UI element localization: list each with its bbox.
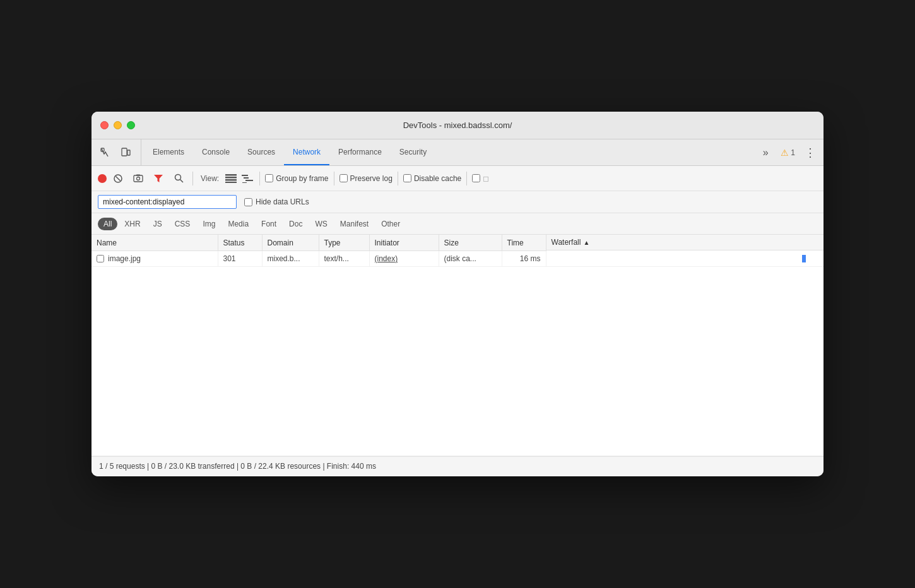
cell-type: text/h... [319, 250, 369, 266]
screenshot-button[interactable] [129, 170, 147, 187]
network-table: Name Status Domain Type Initiator Size T… [92, 235, 824, 456]
filter-searchbar: Hide data URLs [92, 191, 824, 213]
tab-security[interactable]: Security [391, 139, 435, 165]
filter-ws[interactable]: WS [309, 218, 333, 230]
table-empty-row [92, 266, 824, 456]
col-header-name[interactable]: Name [92, 235, 218, 250]
cell-time: 16 ms [502, 250, 546, 266]
col-header-domain[interactable]: Domain [262, 235, 319, 250]
col-header-waterfall[interactable]: Waterfall ▲ [546, 235, 824, 250]
view-list-button[interactable] [224, 172, 238, 185]
waterfall-bar [802, 255, 806, 262]
filter-css[interactable]: CSS [169, 218, 196, 230]
col-header-initiator[interactable]: Initiator [369, 235, 439, 250]
col-header-time[interactable]: Time [502, 235, 546, 250]
disable-cache-checkbox[interactable]: Disable cache [403, 174, 461, 183]
inspect-icon[interactable] [97, 144, 114, 162]
cell-status: 301 [218, 250, 262, 266]
toolbar-separator-1 [192, 172, 193, 185]
view-timeline-button[interactable] [240, 172, 254, 185]
titlebar: DevTools - mixed.badssl.com/ [92, 112, 824, 139]
clear-button[interactable] [109, 170, 127, 187]
table-row[interactable]: image.jpg 301 mixed.b... text/h... (inde… [92, 250, 824, 266]
preserve-log-checkbox[interactable]: Preserve log [339, 174, 393, 183]
filter-doc[interactable]: Doc [283, 218, 308, 230]
kebab-menu-button[interactable]: ⋮ [802, 144, 818, 161]
devtools-icons [97, 139, 141, 165]
filter-all[interactable]: All [98, 218, 117, 230]
svg-rect-5 [134, 175, 143, 182]
network-table-container: Name Status Domain Type Initiator Size T… [92, 235, 824, 456]
svg-rect-1 [122, 148, 127, 156]
svg-rect-7 [136, 174, 140, 175]
tabbar-right: » ⚠ 1 ⋮ [752, 139, 818, 165]
svg-rect-16 [244, 177, 249, 179]
devtools-window: DevTools - mixed.badssl.com/ Elements [92, 112, 824, 476]
minimize-button[interactable] [114, 121, 122, 129]
search-button[interactable] [170, 170, 187, 187]
main-tabs: Elements Console Sources Network Perform… [144, 139, 752, 165]
cell-initiator: (index) [369, 250, 439, 266]
svg-rect-18 [242, 182, 247, 183]
svg-marker-8 [154, 175, 163, 182]
svg-line-4 [116, 176, 121, 180]
more-tabs-button[interactable]: » [757, 144, 774, 161]
traffic-lights [100, 121, 135, 129]
close-button[interactable] [100, 121, 109, 129]
tab-performance[interactable]: Performance [329, 139, 391, 165]
record-button[interactable] [98, 174, 107, 183]
filter-input[interactable] [98, 195, 237, 209]
empty-space [92, 266, 824, 456]
filter-js[interactable]: JS [148, 218, 168, 230]
status-text: 1 / 5 requests | 0 B / 23.0 KB transferr… [99, 462, 376, 471]
cell-domain: mixed.b... [262, 250, 319, 266]
tab-network[interactable]: Network [284, 139, 329, 165]
svg-point-9 [175, 175, 180, 180]
group-by-frame-checkbox[interactable]: Group by frame [265, 174, 328, 183]
cell-name: image.jpg [92, 250, 218, 266]
table-header-row: Name Status Domain Type Initiator Size T… [92, 235, 824, 250]
device-mode-icon[interactable] [117, 144, 134, 162]
svg-rect-17 [245, 180, 253, 181]
tab-sources[interactable]: Sources [239, 139, 284, 165]
tab-elements[interactable]: Elements [144, 139, 193, 165]
view-label: View: [201, 174, 219, 183]
toolbar-separator-3 [334, 172, 334, 185]
svg-rect-11 [225, 174, 237, 176]
filter-font[interactable]: Font [256, 218, 282, 230]
filter-xhr[interactable]: XHR [119, 218, 146, 230]
svg-rect-13 [225, 179, 237, 181]
hide-data-urls-label[interactable]: Hide data URLs [244, 197, 309, 206]
svg-line-10 [180, 180, 183, 183]
warning-icon: ⚠ [781, 148, 789, 158]
col-header-status[interactable]: Status [218, 235, 262, 250]
svg-point-6 [137, 177, 140, 180]
toolbar-separator-4 [398, 172, 398, 185]
filter-other[interactable]: Other [375, 218, 406, 230]
svg-rect-12 [225, 177, 237, 179]
svg-rect-15 [242, 175, 248, 176]
svg-rect-2 [127, 150, 130, 155]
row-checkbox[interactable] [97, 255, 104, 262]
cell-waterfall [546, 250, 824, 266]
filter-button[interactable] [150, 170, 167, 187]
sort-asc-icon: ▲ [583, 239, 589, 246]
statusbar: 1 / 5 requests | 0 B / 23.0 KB transferr… [92, 456, 824, 476]
filter-img[interactable]: Img [197, 218, 221, 230]
warning-badge[interactable]: ⚠ 1 [777, 146, 798, 159]
cell-size: (disk ca... [439, 250, 502, 266]
filter-media[interactable]: Media [222, 218, 254, 230]
col-header-type[interactable]: Type [319, 235, 369, 250]
filter-manifest[interactable]: Manifest [334, 218, 374, 230]
svg-rect-14 [225, 182, 237, 183]
network-toolbar: View: Group by frame [92, 166, 824, 191]
resource-type-filter: All XHR JS CSS Img Media Font Doc WS Man… [92, 213, 824, 235]
hide-data-urls-checkbox[interactable] [244, 198, 252, 206]
maximize-button[interactable] [127, 121, 135, 129]
tab-console[interactable]: Console [193, 139, 239, 165]
col-header-size[interactable]: Size [439, 235, 502, 250]
toolbar-separator-2 [259, 172, 260, 185]
throttle-checkbox[interactable]: ◻ [472, 174, 489, 183]
tabbar: Elements Console Sources Network Perform… [92, 139, 824, 166]
toolbar-separator-5 [466, 172, 467, 185]
